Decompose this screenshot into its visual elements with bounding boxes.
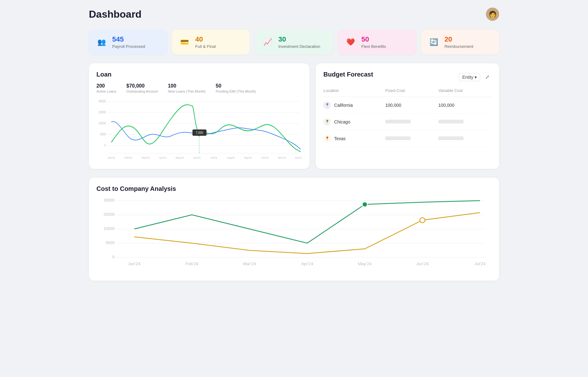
ctc-card: Cost to Company Analysis 30000 20000 100… (89, 178, 499, 281)
stat-card-full-final[interactable]: 💳 40 Full & Final (172, 30, 250, 54)
col-fixed: Fixed Cost (385, 88, 439, 97)
svg-text:10000: 10000 (98, 122, 106, 125)
svg-text:Feb'24: Feb'24 (186, 261, 199, 266)
location-cell-california: 📍 California (323, 97, 385, 114)
avatar[interactable]: 🧑 (486, 8, 499, 21)
stats-row: 👥 545 Payroll Processed 💳 40 Full & Fina… (89, 30, 499, 54)
fixed-cost-chicago (385, 114, 439, 130)
budget-header: Budget Forecast Entity ▾ ⤢ (323, 71, 492, 83)
loan-stat-new: 100 New Loans (This Month) (168, 83, 206, 93)
ctc-chart-svg: 30000 20000 10000 5000 0 Jan'24 Feb'24 (96, 197, 492, 273)
loan-title: Loan (96, 71, 302, 78)
location-name-texas: Texas (334, 136, 346, 141)
reimbursement-label: Reimbursement (444, 44, 473, 49)
location-name-california: California (334, 103, 353, 108)
svg-text:Apr'24: Apr'24 (301, 261, 313, 266)
pending-emi-label: Pending EMI (This Month) (216, 89, 256, 93)
svg-text:May'24: May'24 (176, 156, 184, 159)
svg-text:0: 0 (104, 144, 106, 147)
fixed-cost-california: 100,000 (385, 97, 439, 114)
active-loans-label: Active Loans (96, 89, 116, 93)
svg-text:Jun'24: Jun'24 (416, 261, 429, 266)
svg-text:Jan'24: Jan'24 (128, 261, 141, 266)
stat-info-payroll: 545 Payroll Processed (112, 35, 145, 49)
ctc-gold-dot (420, 218, 425, 223)
location-dot-california: 📍 (323, 101, 331, 109)
col-variable: Variable Cost (438, 88, 492, 97)
loan-green-line (111, 105, 301, 152)
active-loans-value: 200 (96, 83, 116, 89)
variable-cost-chicago (438, 114, 492, 130)
full-final-icon: 💳 (178, 36, 191, 49)
svg-text:20000: 20000 (104, 212, 115, 217)
stat-card-reimbursement[interactable]: 🔄 20 Reimbursement (421, 30, 499, 54)
fixed-cost-texas (385, 130, 439, 147)
payroll-number: 545 (112, 35, 145, 43)
svg-text:Sep'24: Sep'24 (244, 156, 252, 159)
stat-info-full-final: 40 Full & Final (195, 35, 216, 49)
table-row: 📍 Texas (323, 130, 492, 147)
reimbursement-number: 20 (444, 35, 473, 43)
table-row: 📍 California 100,000 100,000 (323, 97, 492, 114)
budget-table: Location Fixed Cost Variable Cost 📍 Cali… (323, 88, 492, 147)
ctc-gold-line (134, 213, 480, 254)
loan-stat-active: 200 Active Loans (96, 83, 116, 93)
svg-text:Jan'24: Jan'24 (107, 156, 115, 159)
location-dot-chicago: 📍 (323, 118, 331, 126)
reimbursement-icon: 🔄 (427, 36, 440, 49)
stat-info-investment: 30 Investment Declaration (278, 35, 320, 49)
main-row: Loan 200 Active Loans $70,000 Outstandin… (89, 63, 499, 169)
pending-emi-value: 50 (216, 83, 256, 89)
investment-label: Investment Declaration (278, 44, 320, 49)
page-header: Dashboard 🧑 (89, 8, 499, 21)
entity-dropdown[interactable]: Entity ▾ (459, 73, 480, 81)
flexi-number: 50 (361, 35, 386, 43)
svg-text:0: 0 (112, 255, 114, 259)
loan-chart: 40000 20000 10000 5000 0 7,000 (96, 98, 302, 161)
loan-tooltip-text: 7,000 (196, 131, 203, 134)
ctc-green-dot (362, 202, 367, 207)
investment-number: 30 (278, 35, 320, 43)
entity-label: Entity (462, 75, 473, 80)
svg-text:Jul'24: Jul'24 (475, 261, 486, 266)
svg-text:Aug'24: Aug'24 (227, 156, 235, 159)
outstanding-label: Outstanding Amount (126, 89, 158, 93)
svg-text:Jun'24: Jun'24 (193, 156, 201, 159)
svg-text:20000: 20000 (98, 111, 106, 114)
col-location: Location (323, 88, 385, 97)
loan-stats: 200 Active Loans $70,000 Outstanding Amo… (96, 83, 302, 93)
svg-text:10000: 10000 (104, 226, 115, 231)
budget-title: Budget Forecast (323, 71, 373, 78)
stat-card-payroll[interactable]: 👥 545 Payroll Processed (89, 30, 167, 54)
loan-stat-pending: 50 Pending EMI (This Month) (216, 83, 256, 93)
loan-card: Loan 200 Active Loans $70,000 Outstandin… (89, 63, 309, 169)
location-dot-texas: 📍 (323, 135, 331, 142)
svg-text:Nov'24: Nov'24 (278, 156, 286, 159)
stat-info-reimbursement: 20 Reimbursement (444, 35, 473, 49)
svg-text:Oct'24: Oct'24 (261, 156, 268, 159)
variable-cost-texas (438, 130, 492, 147)
expand-icon[interactable]: ⤢ (483, 73, 492, 82)
new-loans-label: New Loans (This Month) (168, 89, 206, 93)
payroll-icon: 👥 (95, 36, 108, 49)
location-cell-texas: 📍 Texas (323, 130, 385, 147)
new-loans-value: 100 (168, 83, 206, 89)
location-cell-chicago: 📍 Chicago (323, 114, 385, 130)
outstanding-value: $70,000 (126, 83, 158, 89)
svg-text:30000: 30000 (104, 198, 115, 203)
ctc-green-line (134, 201, 480, 243)
stat-card-flexi[interactable]: ❤️ 50 Flexi Benefits (338, 30, 416, 54)
loan-chart-svg: 40000 20000 10000 5000 0 7,000 (96, 98, 302, 161)
svg-text:Jul'24: Jul'24 (210, 156, 217, 159)
flexi-icon: ❤️ (344, 36, 357, 49)
svg-text:40000: 40000 (98, 100, 106, 103)
svg-text:Mar'24: Mar'24 (243, 261, 256, 266)
stat-info-flexi: 50 Flexi Benefits (361, 35, 386, 49)
ctc-chart: 30000 20000 10000 5000 0 Jan'24 Feb'24 (96, 197, 492, 273)
stat-card-investment[interactable]: 📈 30 Investment Declaration (255, 30, 333, 54)
svg-text:5000: 5000 (100, 133, 106, 136)
table-row: 📍 Chicago (323, 114, 492, 130)
ctc-title: Cost to Company Analysis (96, 185, 492, 192)
location-name-chicago: Chicago (334, 119, 350, 124)
variable-cost-california: 100,000 (438, 97, 492, 114)
